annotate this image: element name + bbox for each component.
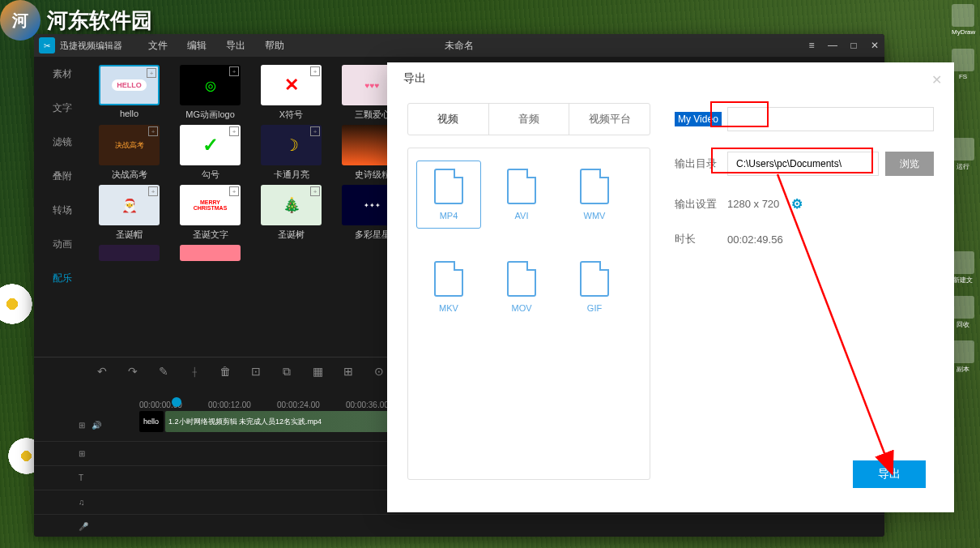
clip-hello[interactable]: hello: [139, 411, 164, 432]
export-dialog: 导出 ✕ 视频 音频 视频平台 MP4 AVI WMV MKV MOV GIF: [387, 62, 954, 512]
close-icon[interactable]: ✕: [869, 40, 880, 51]
asset-hello[interactable]: HELLO+ hello: [99, 65, 160, 121]
menu-edit[interactable]: 编辑: [177, 39, 216, 53]
sidebar-item-transition[interactable]: 转场: [34, 193, 91, 227]
sidebar-item-overlay[interactable]: 叠附: [34, 159, 91, 193]
redo-icon[interactable]: ↷: [126, 364, 140, 379]
video-track-icon: ⊞: [79, 421, 85, 430]
menu-file[interactable]: 文件: [138, 39, 177, 53]
hamburger-icon[interactable]: ≡: [806, 40, 817, 51]
asset-xmas-text[interactable]: MERRYCHRISTMAS+ 圣诞文字: [180, 185, 241, 241]
settings-value: 1280 x 720: [727, 198, 779, 210]
asset-santa-hat[interactable]: 🎅+ 圣诞帽: [99, 185, 160, 241]
format-mkv[interactable]: MKV: [424, 261, 473, 313]
asset-x-symbol[interactable]: ✕+ X符号: [261, 65, 322, 121]
sidebar-item-animation[interactable]: 动画: [34, 227, 91, 261]
format-wmv[interactable]: WMV: [570, 169, 619, 220]
freeze-icon[interactable]: ⊞: [341, 364, 356, 379]
asset-moon[interactable]: ☽+ 卡通月亮: [261, 125, 322, 181]
format-gif[interactable]: GIF: [570, 261, 619, 313]
format-mp4[interactable]: MP4: [424, 169, 473, 220]
menu-help[interactable]: 帮助: [255, 39, 294, 53]
watermark-logo: 河 河东软件园: [0, 0, 152, 41]
sidebar-item-text[interactable]: 文字: [34, 91, 91, 125]
sidebar-item-filter[interactable]: 滤镜: [34, 125, 91, 159]
sidebar: 素材 文字 滤镜 叠附 转场 动画 配乐: [34, 57, 91, 357]
minimize-icon[interactable]: —: [827, 40, 838, 51]
asset-mg-logo[interactable]: ◎+ MG动画logo: [180, 65, 241, 121]
edit-icon[interactable]: ✎: [156, 364, 171, 379]
menu-export[interactable]: 导出: [216, 39, 255, 53]
tab-video[interactable]: 视频: [408, 104, 489, 135]
clip-main-video[interactable]: 1.2小时网络视频剪辑 未完成人员12名实践.mp4: [165, 411, 424, 432]
tab-platform[interactable]: 视频平台: [569, 104, 650, 135]
track-voice[interactable]: 🎤: [34, 515, 884, 537]
duration-value: 00:02:49.56: [727, 233, 783, 246]
tab-audio[interactable]: 音频: [489, 104, 570, 135]
speed-icon[interactable]: ⊙: [372, 364, 386, 379]
sidebar-item-material[interactable]: 素材: [34, 57, 91, 91]
browse-button[interactable]: 浏览: [885, 152, 934, 176]
split-icon[interactable]: ⟊: [187, 364, 202, 379]
dir-label: 输出目录: [675, 156, 727, 171]
export-submit-button[interactable]: 导出: [853, 460, 926, 488]
copy-icon[interactable]: ⧉: [279, 364, 294, 379]
asset-xmas-tree[interactable]: 🎄+ 圣诞树: [261, 185, 322, 241]
gear-icon[interactable]: ⚙: [791, 196, 803, 212]
dir-input[interactable]: [727, 152, 879, 176]
format-avi[interactable]: AVI: [497, 169, 546, 220]
delete-icon[interactable]: 🗑: [218, 364, 232, 379]
dialog-title: 导出: [403, 71, 426, 86]
mosaic-icon[interactable]: ▦: [310, 364, 325, 379]
mute-icon[interactable]: 🔊: [92, 421, 101, 430]
maximize-icon[interactable]: □: [848, 40, 859, 51]
playhead[interactable]: [172, 397, 181, 407]
settings-label: 输出设置: [675, 197, 727, 212]
undo-icon[interactable]: ↶: [95, 364, 109, 379]
desktop-icons: MyDraw FS 运行 新建文 回收 副本: [952, 4, 976, 385]
sidebar-item-music[interactable]: 配乐: [34, 261, 91, 295]
titlebar: ✂ 迅捷视频编辑器 文件 编辑 导出 帮助 未命名 ≡ — □ ✕: [34, 34, 884, 57]
format-mov[interactable]: MOV: [497, 261, 546, 313]
asset-checkmark[interactable]: ✓+ 勾号: [180, 125, 241, 181]
crop-icon[interactable]: ⊡: [249, 364, 263, 379]
asset-gaokao[interactable]: 决战高考+ 决战高考: [99, 125, 160, 181]
document-title: 未命名: [445, 39, 474, 53]
export-tabs: 视频 音频 视频平台: [407, 103, 650, 135]
name-input[interactable]: [727, 107, 934, 131]
name-value-highlight: My Video: [675, 112, 722, 126]
duration-label: 时长: [675, 232, 727, 246]
app-name: 迅捷视频编辑器: [60, 40, 122, 52]
dialog-close-icon[interactable]: ✕: [931, 72, 942, 88]
